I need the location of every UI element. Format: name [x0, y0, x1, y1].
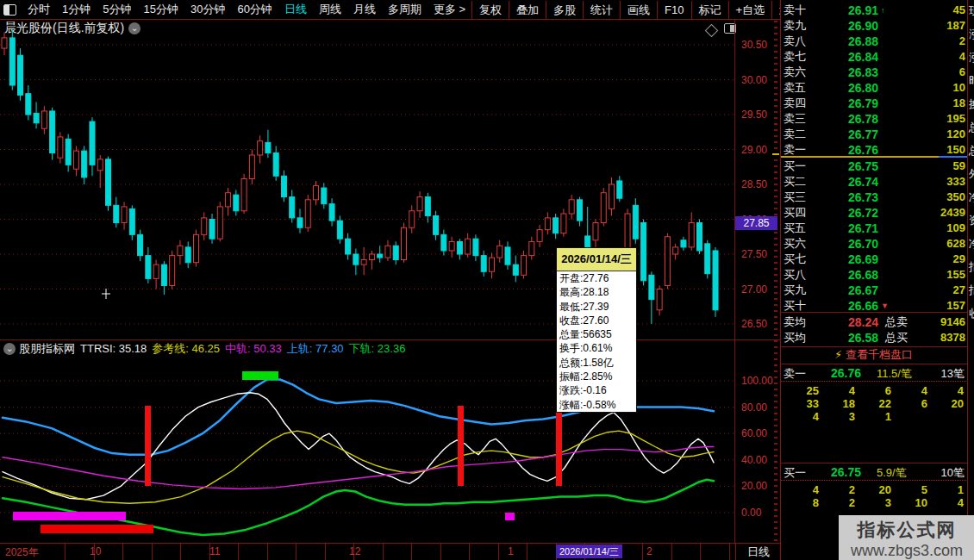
queue-order-size: 6 [857, 384, 891, 397]
queue-order-size: 22 [857, 397, 891, 410]
book-row-买二[interactable]: 买二26.74333 [784, 174, 968, 190]
book-separator-ratio [939, 156, 967, 158]
menu-item-统计[interactable]: 统计 [583, 1, 620, 19]
book-row-买一[interactable]: 买一26.7559 [784, 159, 968, 174]
time-axis-label: 10 [90, 545, 101, 557]
queue-order-size: 18 [821, 397, 855, 410]
book-row-卖三[interactable]: 卖三26.78195 [784, 111, 968, 127]
time-tick [440, 544, 441, 560]
book-row-卖八[interactable]: 卖八26.882 [784, 34, 968, 49]
time-axis: 2025年10111212 [0, 543, 780, 560]
time-axis-label: 12 [349, 545, 360, 557]
tooltip-date: 2026/01/14/三 [557, 248, 636, 271]
menu-item-分时[interactable]: 分时 [28, 2, 50, 17]
menu-item-15分钟[interactable]: 15分钟 [143, 2, 178, 17]
queue-order-size: 1 [857, 410, 891, 423]
sell-avg-price: 28.24 [831, 314, 878, 330]
time-axis-label: 2025年 [5, 545, 39, 560]
menu-item-标记[interactable]: 标记 [691, 1, 728, 19]
time-tick [383, 544, 384, 560]
menu-item-多股[interactable]: 多股 [546, 1, 583, 19]
time-axis-label: 11 [209, 545, 220, 557]
sell-average-row: 卖均 28.24 总卖 9146 [784, 314, 968, 330]
queue-order-size: 4 [821, 384, 855, 397]
queue-order-size: 10 [893, 496, 927, 509]
menu-item-月线[interactable]: 月线 [353, 2, 376, 17]
edge-strip-label: 现 [969, 3, 974, 19]
book-row-买三[interactable]: 买三26.73350 [784, 190, 968, 205]
sell-queue-header: 卖一 26.76 11.5/笔 13笔 [784, 366, 966, 381]
book-row-卖九[interactable]: 卖九26.90187 [784, 18, 968, 34]
menu-item-F10[interactable]: F10 [657, 1, 690, 19]
edge-label-strip[interactable]: 现涨涨时换总总外净资净指指收 [967, 0, 974, 560]
tooltip-row: 涨幅:-0.58% [557, 398, 636, 412]
menu-item-多周期[interactable]: 多周期 [388, 2, 421, 17]
order-book-panel: 卖十26.91↑45卖九26.90187卖八26.882卖七26.844卖六26… [780, 0, 974, 560]
indicator-value: 中轨: 50.33 [225, 341, 282, 357]
menu-item-5分钟[interactable]: 5分钟 [103, 2, 131, 17]
menu-item-日线[interactable]: 日线 [284, 2, 307, 17]
queue-order-size: 4 [893, 384, 927, 397]
menu-item-叠加[interactable]: 叠加 [509, 1, 546, 19]
queue-order-size: 2 [821, 483, 855, 496]
book-row-买五[interactable]: 买五26.71109 [784, 221, 968, 236]
book-row-买七[interactable]: 买七26.6929 [784, 252, 968, 267]
book-row-卖十[interactable]: 卖十26.91↑45 [784, 3, 968, 18]
edge-strip-label: 指 [969, 283, 974, 298]
trading-terminal: 分时1分钟5分钟15分钟30分钟60分钟日线周线月线多周期更多 > 复权叠加多股… [0, 0, 974, 560]
book-row-买九[interactable]: 买九26.6727 [784, 283, 968, 298]
edge-strip-label: 指 [969, 259, 974, 275]
menu-item-周线[interactable]: 周线 [319, 2, 341, 17]
thousand-depth-link[interactable]: ⚡查看千档盘口 [781, 347, 966, 363]
tooltip-row: 最高:28.18 [557, 285, 636, 299]
time-tick [469, 544, 470, 560]
queue-order-size: 8 [784, 496, 819, 509]
buy-queue-header: 买一 26.75 5.9/笔 10笔 [784, 465, 966, 480]
book-row-卖七[interactable]: 卖七26.844 [784, 49, 968, 65]
cursor-price-box: 27.85 [735, 216, 777, 230]
queue-order-size: 3 [857, 496, 891, 509]
tools-menu: 复权叠加多股统计画线F10标记+自选返回 [471, 0, 809, 19]
queue-order-size: 4 [929, 496, 964, 509]
cursor-date-box: 2026/01/14/三 [556, 544, 622, 558]
book-row-卖五[interactable]: 卖五26.8010 [784, 80, 968, 96]
collapse-icon[interactable]: ⌄ [3, 343, 16, 355]
edge-strip-label: 净 [969, 236, 974, 252]
menu-item-1分钟[interactable]: 1分钟 [62, 2, 91, 17]
panel-toggle-icon[interactable] [3, 4, 16, 16]
tooltip-row: 总额:1.58亿 [557, 356, 636, 370]
book-row-买八[interactable]: 买八26.68155 [784, 267, 968, 283]
book-row-买六[interactable]: 买六26.70628 [784, 236, 968, 252]
queue-order-size: 4 [784, 410, 819, 423]
axis-scrollbar[interactable] [774, 21, 777, 541]
menu-item-60分钟[interactable]: 60分钟 [237, 2, 272, 17]
book-row-买四[interactable]: 买四26.722439 [784, 205, 968, 221]
queue-order-size: 4 [929, 384, 964, 397]
time-axis-label: 2 [646, 545, 652, 557]
book-separator [781, 156, 939, 158]
tooltip-row: 涨跌:-0.16 [557, 383, 636, 397]
menu-item-更多 >[interactable]: 更多 > [434, 2, 465, 17]
tooltip-row: 最低:27.39 [557, 300, 636, 314]
book-row-卖六[interactable]: 卖六26.836 [784, 65, 968, 80]
edge-strip-label: 总 [969, 120, 974, 135]
watermark-url: www.zbgs3.com [839, 542, 974, 560]
queue-order-size: 1 [929, 483, 964, 496]
book-row-卖二[interactable]: 卖二26.77120 [784, 127, 968, 142]
time-tick [122, 544, 123, 560]
menu-item-画线[interactable]: 画线 [620, 1, 657, 19]
prevclose-tick [772, 153, 779, 155]
tooltip-body: 开盘:27.76最高:28.18最低:27.39收盘:27.60总量:56635… [557, 271, 636, 412]
menu-item-30分钟[interactable]: 30分钟 [190, 2, 225, 17]
time-tick [671, 544, 672, 560]
menu-item-+自选[interactable]: +自选 [728, 1, 772, 19]
edge-strip-label: 总 [969, 143, 974, 159]
menu-item-复权[interactable]: 复权 [471, 1, 509, 19]
queue-order-size: 33 [784, 397, 819, 410]
queue-order-size: 25 [784, 384, 819, 397]
tooltip-row: 换手:0.61% [557, 341, 636, 355]
indicator-source[interactable]: 股朋指标网 [19, 341, 75, 357]
period-indicator[interactable]: 日线 [735, 543, 781, 560]
book-row-卖四[interactable]: 卖四26.7918 [784, 96, 968, 111]
tooltip-row: 开盘:27.76 [557, 271, 636, 285]
